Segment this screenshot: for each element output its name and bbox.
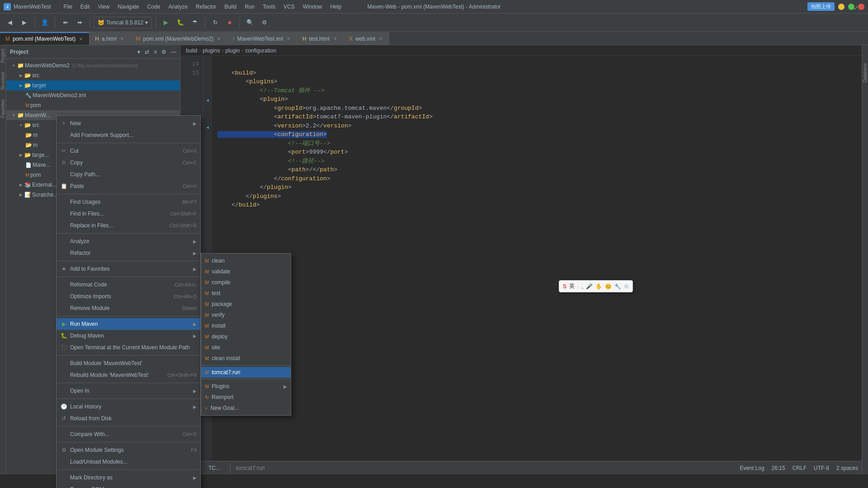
run-config-selector[interactable]: 🐱 Tomcat 8.5.812 ▾ (94, 17, 152, 28)
maven-test[interactable]: M test (201, 288, 291, 299)
ctx-openin[interactable]: Open In ▶ (57, 385, 200, 397)
menu-build[interactable]: Build (221, 3, 240, 11)
ctx-loadunload[interactable]: Load/Unload Modules... (57, 456, 200, 468)
tab-close-web[interactable]: ✕ (378, 36, 383, 42)
ctx-optimize[interactable]: Optimize Imports Ctrl+Alt+O (57, 291, 200, 302)
ctx-removemodule[interactable]: Remove Module Delete (57, 302, 200, 314)
maven-plugins[interactable]: M Plugins ▶ (201, 381, 291, 392)
maven-package[interactable]: M package (201, 299, 291, 310)
maven-cleaninstall[interactable]: M clean install (201, 353, 291, 364)
menu-vcs[interactable]: VCS (280, 3, 298, 11)
bottom-tab-tc[interactable]: TC... (204, 464, 225, 472)
breadcrumb-build[interactable]: build (186, 47, 197, 54)
tab-close-iml[interactable]: ✕ (286, 36, 291, 42)
tab-pom-xml-maven[interactable]: M pom.xml (MavenWebTest) ✕ (0, 32, 90, 45)
ctx-comparewith[interactable]: Compare With... Ctrl+D (57, 428, 200, 440)
forward-nav-button[interactable]: ➡ (73, 16, 86, 29)
rerun-button[interactable]: ↻ (209, 16, 222, 29)
tab-webxml[interactable]: X web.xml ✕ (344, 32, 389, 45)
menu-window[interactable]: Window (299, 3, 326, 11)
ctx-replaceinfiles[interactable]: Replace in Files... Ctrl+Shift+R (57, 220, 200, 231)
breadcrumb-plugins[interactable]: plugins (203, 47, 220, 54)
ctx-findinfiles[interactable]: Find in Files... Ctrl+Shift+F (57, 208, 200, 220)
ime-settings[interactable]: ⚙ (624, 283, 629, 290)
maven-install[interactable]: M install (201, 320, 291, 331)
breadcrumb-plugin[interactable]: plugin (225, 47, 240, 54)
ctx-analyze[interactable]: Analyze ▶ (57, 235, 200, 247)
debug-button[interactable]: 🐛 (174, 16, 187, 29)
breadcrumb-configuration[interactable]: configuration (245, 47, 276, 54)
menu-tools[interactable]: Tools (259, 3, 279, 11)
tree-item-mavenwebdemo2[interactable]: ▾ 📁 MavenWebDemo2 E:\MyJava\MavenWebDemo… (6, 61, 180, 70)
settings-button[interactable]: ⚙ (258, 16, 271, 29)
maven-clean[interactable]: M clean (201, 255, 291, 266)
ctx-runmaven[interactable]: ▶ Run Maven ▶ (57, 318, 200, 330)
menu-help[interactable]: Help (327, 3, 345, 11)
tree-item-target1[interactable]: ▶ 📂 target (6, 80, 180, 90)
maven-tomcat7run[interactable]: M tomcat7:run (201, 367, 291, 378)
ime-mic[interactable]: 🎤 (586, 283, 593, 290)
user-button[interactable]: 👤 (38, 16, 51, 29)
tab-close-ahtml[interactable]: ✕ (119, 36, 125, 42)
ctx-markdirectory[interactable]: Mark Directory as ▶ (57, 472, 200, 483)
ctx-paste[interactable]: 📋 Paste Ctrl+V (57, 180, 200, 192)
menu-bar[interactable]: File Edit View Navigate Code Analyze Ref… (60, 3, 345, 11)
menu-edit[interactable]: Edit (77, 3, 94, 11)
event-log-label[interactable]: Event Log (740, 465, 764, 471)
tree-item-src1[interactable]: ▶ 📂 src (6, 70, 180, 80)
ctx-copy[interactable]: ⎘ Copy Ctrl+C (57, 157, 200, 169)
menu-analyze[interactable]: Analyze (165, 3, 191, 11)
ctx-modulesettings[interactable]: ⚙ Open Module Settings F4 (57, 444, 200, 456)
code-body[interactable]: <build> <plugins> <!--Tomcat 插件 --> <plu… (212, 56, 862, 461)
ctx-cut[interactable]: ✂ Cut Ctrl+X (57, 145, 200, 157)
back-nav-button[interactable]: ⬅ (59, 16, 71, 29)
menu-refactor[interactable]: Refactor (192, 3, 220, 11)
favorites-side-label[interactable]: Favorites (0, 99, 5, 118)
right-panel-label[interactable]: Database (863, 63, 868, 83)
ctx-localhistory[interactable]: 🕐 Local History ▶ (57, 401, 200, 413)
tab-close-test[interactable]: ✕ (332, 36, 338, 42)
menu-run[interactable]: Run (241, 3, 258, 11)
ctx-framework[interactable]: Add Framework Support... (57, 129, 200, 141)
ctx-rebuildmodule[interactable]: Rebuild Module 'MavenWebTest' Ctrl+Shift… (57, 369, 200, 381)
tab-close-pom[interactable]: ✕ (78, 36, 84, 42)
ctx-new[interactable]: + New ▶ (57, 117, 200, 129)
ime-hand[interactable]: ✋ (595, 283, 602, 290)
baidu-btn[interactable]: 拍照上传 (807, 2, 835, 11)
ctx-removebom[interactable]: Remove BOM (57, 483, 200, 488)
back-button[interactable]: ◀ (4, 16, 16, 29)
ime-emoji[interactable]: 😊 (605, 283, 612, 290)
maven-newgoal[interactable]: + New Goal... (201, 403, 291, 413)
ctx-debugmaven[interactable]: 🐛 Debug Maven ▶ (57, 330, 200, 342)
project-settings-icon[interactable]: ⚙ (161, 49, 166, 55)
maven-compile[interactable]: M compile (201, 277, 291, 288)
project-side-label[interactable]: Project (0, 49, 5, 63)
ctx-refactor[interactable]: Refactor ▶ (57, 247, 200, 259)
ctx-reloadfromdisk[interactable]: ↺ Reload from Disk (57, 413, 200, 424)
tree-item-iml1[interactable]: 🔧 MavenWebDemo2.iml (6, 90, 180, 100)
maven-reimport[interactable]: ↻ Reimport (201, 392, 291, 403)
coverage-button[interactable]: ☂ (189, 16, 201, 29)
project-collapse-icon[interactable]: ≡ (154, 49, 157, 55)
project-close-icon[interactable]: — (171, 49, 176, 55)
tree-item-pom1[interactable]: M pom (6, 100, 180, 110)
ctx-buildmodule[interactable]: Build Module 'MavenWebTest' (57, 357, 200, 369)
tab-testhtml[interactable]: H test.html ✕ (297, 32, 344, 45)
menu-view[interactable]: View (94, 3, 113, 11)
tab-close-pom2[interactable]: ✕ (216, 36, 222, 42)
ctx-findusages[interactable]: Find Usages Alt+F7 (57, 196, 200, 208)
ctx-copypath[interactable]: Copy Path... (57, 169, 200, 180)
stop-button[interactable]: ■ (223, 16, 236, 29)
maven-deploy[interactable]: M deploy (201, 331, 291, 342)
tab-iml[interactable]: I MavenWebTest.iml ✕ (227, 32, 297, 45)
search-everywhere-button[interactable]: 🔍 (244, 16, 256, 29)
run-button[interactable]: ▶ (160, 16, 172, 29)
menu-navigate[interactable]: Navigate (114, 3, 142, 11)
tab-pom-demo2[interactable]: M pom.xml (MavenWebDemo2) ✕ (131, 32, 228, 45)
menu-file[interactable]: File (60, 3, 75, 11)
maven-validate[interactable]: M validate (201, 266, 291, 277)
tab-ahtml[interactable]: H a.html ✕ (90, 32, 130, 45)
ctx-terminal[interactable]: ⬛ Open Terminal at the Current Maven Mod… (57, 342, 200, 353)
ime-lang-en[interactable]: 英 (569, 282, 575, 290)
menu-code[interactable]: Code (144, 3, 164, 11)
